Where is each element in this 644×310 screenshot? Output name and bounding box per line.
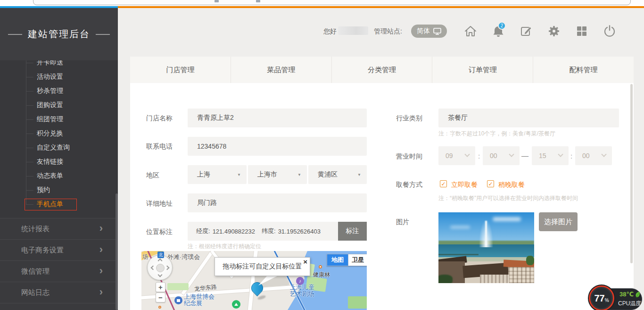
photo-fountain-core [485,221,487,245]
open-minute-value: 00 [490,152,497,159]
sidebar-item-dynamic-form[interactable]: 动态表单 [0,169,118,183]
sidebar-item-booking[interactable]: 预约 [0,183,118,197]
store-name-input[interactable]: 青青原上草2 [188,109,367,127]
map-pan-control[interactable] [147,255,173,280]
close-minute-select[interactable]: 00 [575,146,612,165]
language-switch-button[interactable]: 简体 [411,25,447,38]
sidebar-item-flashsale[interactable]: 秒杀管理 [0,84,118,98]
longitude-value: 121.490882232 [213,228,255,235]
compass-north-icon[interactable]: 北 [157,251,164,258]
cpu-temperature-value: 38℃ [619,291,634,298]
phone-input[interactable]: 12345678 [188,137,367,156]
pickup-later-checkbox[interactable]: ✓ [487,180,494,187]
chevron-right-icon: › [99,222,103,235]
sidebar-section-statistics[interactable]: 统计报表 › [0,218,118,239]
sidebar: 开卡即送 活动设置 秒杀管理 团购设置 组团管理 积分兑换 自定义查询 友情链接… [0,8,118,310]
pickup-now-checkbox[interactable]: ✓ [440,180,447,187]
mark-location-button[interactable]: 标注 [338,222,367,241]
district-select[interactable]: 黄浦区 ▼ [308,165,367,184]
store-name-value: 青青原上草2 [197,114,234,122]
sidebar-item-activity-settings[interactable]: 活动设置 [0,70,118,84]
map-widget[interactable]: 场 外滩·湾璞会 龙华东路 健康林 上海儿童 艺术剧场 上海世博会 纪念展 ♪ … [141,251,367,310]
music-poi-icon[interactable]: ♪ [296,277,304,285]
pickup-now-label[interactable]: 立即取餐 [451,181,478,189]
map-mode-label: 地图 [331,256,344,264]
browser-address-bar[interactable] [33,0,631,5]
choose-image-label: 选择图片 [544,218,572,226]
chevron-down-icon [601,152,606,157]
open-minute-select[interactable]: 00 [483,146,520,165]
sidebar-item-label: 自定义查询 [37,143,70,152]
region-label: 地区 [146,171,159,180]
map-label-expo-line2: 纪念展 [184,300,215,307]
north-glyph: 北 [159,252,163,258]
choose-image-button[interactable]: 选择图片 [539,212,578,231]
apps-grid-icon[interactable] [575,24,589,38]
sidebar-scrollbar-thumb[interactable] [116,193,118,310]
location-note: 注：根据经纬度进行精确定位 [188,243,261,251]
home-icon[interactable] [463,24,478,38]
close-icon[interactable]: × [303,258,307,266]
pan-left-icon[interactable] [151,266,156,270]
open-hour-value: 09 [446,152,453,159]
browser-extension-icon[interactable] [215,0,219,2]
power-logout-icon[interactable] [603,24,617,38]
cpu-usage-gauge[interactable]: 77% [589,285,614,310]
sidebar-sections: 统计报表 › 电子商务设置 › 微信管理 › 网站日志 › [0,218,118,310]
compose-icon[interactable] [519,24,533,38]
minus-glyph: − [158,293,163,302]
browser-extension-icon[interactable] [256,0,260,2]
sidebar-item-links[interactable]: 友情链接 [0,155,118,169]
badge-count: 2 [501,23,504,28]
address-input[interactable]: 局门路 [188,193,367,212]
content-scrollbar-thumb[interactable] [630,84,633,263]
tab-dish-management[interactable]: 菜品管理 [231,57,332,83]
store-name-label: 门店名称 [146,114,173,123]
sidebar-item-points[interactable]: 积分兑换 [0,126,118,141]
sidebar-section-sitelog[interactable]: 网站日志 › [0,282,118,303]
sidebar-item-groups[interactable]: 组团管理 [0,112,118,126]
dropdown-arrow-icon: ▼ [237,173,241,177]
museum-poi-icon[interactable] [174,296,182,304]
cpu-percent-value: 77 [594,293,604,304]
check-icon: ✓ [441,181,446,187]
pan-knob[interactable] [156,264,165,272]
province-select[interactable]: 上海 ▼ [188,165,247,184]
industry-note: 注：字数不超过10个字，例：美食/粤菜/茶餐厅 [438,130,555,138]
chevron-right-icon: › [99,265,103,277]
map-park [348,296,367,309]
industry-input[interactable]: 茶餐厅 [438,109,619,127]
sidebar-item-mobile-ordering-active[interactable]: 手机点单 [0,197,118,211]
sidebar-section-wechat[interactable]: 微信管理 › [0,260,118,282]
settings-gear-icon[interactable] [547,24,561,38]
tab-ingredient-management[interactable]: 配料管理 [533,57,634,83]
open-hour-select[interactable]: 09 [438,146,475,165]
module-tabbar: 门店管理 菜品管理 分类管理 订单管理 配料管理 [130,57,634,83]
tab-order-management[interactable]: 订单管理 [432,57,533,83]
scenic-poi-icon[interactable] [232,300,240,309]
sidebar-item-label: 友情链接 [37,158,63,166]
sidebar-item-custom-query[interactable]: 自定义查询 [0,141,118,155]
longitude-label: 经度: [196,227,210,235]
map-label-park: 健康林 [313,271,330,279]
map-tooltip: 拖动标注可自定义目标位置 × [215,257,310,276]
map-mode-button[interactable]: 地图 [327,254,348,266]
zoom-out-button[interactable]: − [156,293,165,302]
close-hour-select[interactable]: 15 [532,146,569,165]
zoom-in-button[interactable]: + [156,282,165,292]
pan-up-icon[interactable] [158,259,163,263]
tab-store-management[interactable]: 门店管理 [130,57,231,83]
museum-glyph [177,299,180,302]
pan-down-icon[interactable] [158,273,163,277]
pickup-later-label[interactable]: 稍晚取餐 [498,181,525,189]
location-input[interactable]: 经度: 121.490882232 纬度: 31.1952626403 [188,222,338,241]
tab-label: 分类管理 [368,66,396,75]
city-select[interactable]: 上海市 ▼ [248,165,307,184]
pan-right-icon[interactable] [165,266,170,270]
username-redacted [338,26,368,35]
sidebar-item-groupbuy[interactable]: 团购设置 [0,98,118,112]
satellite-mode-button[interactable]: 卫星 [348,254,367,266]
tab-category-management[interactable]: 分类管理 [332,57,433,83]
browser-chrome-strip [0,0,644,6]
sidebar-section-ecommerce[interactable]: 电子商务设置 › [0,239,118,260]
